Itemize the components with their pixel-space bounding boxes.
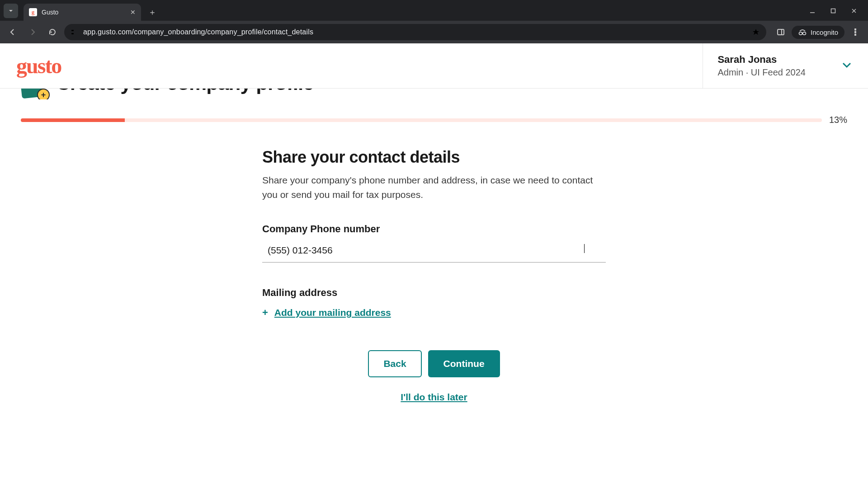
gusto-logo[interactable]: gusto [16, 53, 61, 78]
add-mailing-address-link[interactable]: + Add your mailing address [262, 307, 391, 319]
tab-title: Gusto [42, 9, 126, 16]
back-button[interactable]: Back [368, 350, 421, 377]
text-cursor [584, 244, 585, 253]
active-tab[interactable]: g Gusto ✕ [24, 4, 141, 21]
tab-search-button[interactable] [4, 4, 18, 18]
minimize-button[interactable] [802, 4, 823, 18]
url-text: app.gusto.com/company_onboarding/company… [83, 28, 746, 36]
mailing-address-label: Mailing address [262, 287, 606, 299]
favicon-icon: g [29, 8, 37, 16]
window-controls [802, 4, 868, 18]
chevron-down-icon [842, 62, 852, 70]
close-window-button[interactable] [844, 4, 864, 18]
svg-point-16 [854, 34, 856, 35]
browser-toolbar: app.gusto.com/company_onboarding/company… [0, 21, 868, 43]
page-scroll-area[interactable]: + Create your company profile 13% Share … [0, 89, 868, 488]
phone-input[interactable] [262, 239, 606, 263]
star-icon[interactable] [752, 28, 760, 36]
svg-marker-8 [753, 29, 759, 35]
reload-button[interactable] [44, 24, 61, 40]
contact-details-form: Share your contact details Share your co… [262, 148, 606, 403]
svg-rect-9 [778, 29, 784, 35]
svg-point-15 [854, 31, 856, 33]
app-header: gusto Sarah Jonas Admin · UI Feed 2024 [0, 43, 868, 89]
incognito-icon [798, 28, 807, 36]
svg-rect-5 [71, 33, 74, 34]
new-tab-button[interactable]: ＋ [146, 5, 159, 19]
kebab-menu-icon[interactable] [847, 24, 863, 40]
user-menu[interactable]: Sarah Jonas Admin · UI Feed 2024 [703, 43, 852, 88]
user-name: Sarah Jonas [717, 54, 806, 66]
close-tab-icon[interactable]: ✕ [130, 9, 136, 16]
svg-point-12 [803, 32, 806, 35]
form-heading: Share your contact details [262, 148, 606, 167]
form-button-row: Back Continue [262, 350, 606, 377]
user-role: Admin · UI Feed 2024 [717, 67, 806, 78]
plus-icon: + [262, 307, 268, 319]
skip-link[interactable]: I'll do this later [262, 392, 606, 403]
site-settings-icon[interactable] [71, 28, 78, 36]
progress-fill [21, 118, 125, 122]
maximize-button[interactable] [823, 4, 844, 18]
back-nav-button[interactable] [5, 24, 21, 40]
form-subtext: Share your company's phone number and ad… [262, 173, 606, 202]
svg-rect-1 [831, 9, 835, 13]
progress-bar: 13% [21, 115, 847, 125]
wizard-step-icon: + [21, 89, 48, 99]
progress-percent-label: 13% [829, 115, 847, 125]
incognito-indicator[interactable]: Incognito [792, 26, 844, 39]
phone-label: Company Phone number [262, 223, 606, 235]
wizard-step-title: Create your company profile [56, 89, 314, 94]
plus-badge-icon: + [37, 89, 50, 99]
side-panel-icon[interactable] [773, 24, 789, 40]
wizard-title-row: + Create your company profile [21, 89, 847, 99]
incognito-label: Incognito [811, 28, 838, 36]
continue-button[interactable]: Continue [428, 350, 500, 377]
browser-tab-strip: g Gusto ✕ ＋ [0, 0, 868, 21]
svg-point-11 [799, 32, 802, 35]
svg-rect-4 [71, 30, 74, 31]
add-mailing-address-text: Add your mailing address [274, 307, 391, 318]
forward-nav-button[interactable] [24, 24, 41, 40]
address-bar[interactable]: app.gusto.com/company_onboarding/company… [64, 24, 766, 40]
svg-point-14 [854, 28, 856, 30]
progress-track [21, 118, 822, 122]
